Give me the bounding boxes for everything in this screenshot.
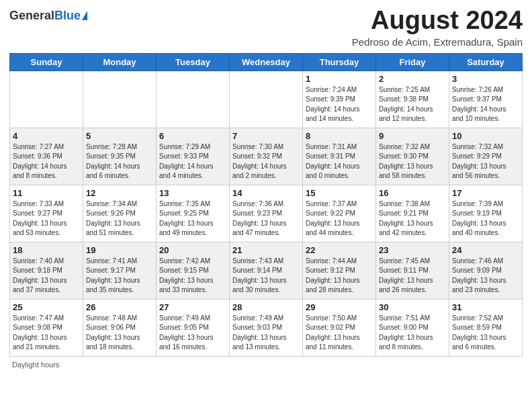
calendar-cell: 24Sunrise: 7:46 AM Sunset: 9:09 PM Dayli… <box>449 242 523 299</box>
calendar-cell: 19Sunrise: 7:41 AM Sunset: 9:17 PM Dayli… <box>83 242 157 299</box>
day-info: Sunrise: 7:29 AM Sunset: 9:33 PM Dayligh… <box>159 142 226 181</box>
logo-text: GeneralBlue <box>9 9 87 21</box>
day-info: Sunrise: 7:43 AM Sunset: 9:14 PM Dayligh… <box>232 257 300 295</box>
day-info: Sunrise: 7:48 AM Sunset: 9:06 PM Dayligh… <box>86 314 153 353</box>
calendar-cell: 14Sunrise: 7:36 AM Sunset: 9:23 PM Dayli… <box>230 185 303 242</box>
calendar-week-row: 1Sunrise: 7:24 AM Sunset: 9:39 PM Daylig… <box>10 71 523 128</box>
day-info: Sunrise: 7:32 AM Sunset: 9:29 PM Dayligh… <box>452 142 519 181</box>
day-info: Sunrise: 7:45 AM Sunset: 9:11 PM Dayligh… <box>379 257 446 295</box>
day-number: 24 <box>452 245 519 255</box>
page: GeneralBlue August 2024 Pedroso de Acim,… <box>0 0 532 411</box>
day-number: 30 <box>379 302 446 312</box>
calendar-cell: 23Sunrise: 7:45 AM Sunset: 9:11 PM Dayli… <box>376 242 449 299</box>
day-number: 23 <box>379 245 446 255</box>
day-number: 18 <box>13 245 80 255</box>
calendar-cell: 9Sunrise: 7:32 AM Sunset: 9:30 PM Daylig… <box>376 128 449 185</box>
day-info: Sunrise: 7:50 AM Sunset: 9:02 PM Dayligh… <box>306 314 373 353</box>
day-number: 20 <box>159 245 226 255</box>
calendar-cell: 22Sunrise: 7:44 AM Sunset: 9:12 PM Dayli… <box>303 242 376 299</box>
day-info: Sunrise: 7:51 AM Sunset: 9:00 PM Dayligh… <box>379 314 446 353</box>
calendar-cell: 13Sunrise: 7:35 AM Sunset: 9:25 PM Dayli… <box>157 185 230 242</box>
calendar-cell <box>157 71 230 128</box>
day-number: 4 <box>13 131 80 141</box>
day-info: Sunrise: 7:41 AM Sunset: 9:17 PM Dayligh… <box>86 257 153 295</box>
calendar-cell: 3Sunrise: 7:26 AM Sunset: 9:37 PM Daylig… <box>449 71 523 128</box>
location: Pedroso de Acim, Extremadura, Spain <box>352 36 523 48</box>
day-number: 26 <box>86 302 153 312</box>
day-info: Sunrise: 7:52 AM Sunset: 8:59 PM Dayligh… <box>452 314 519 353</box>
calendar-cell: 4Sunrise: 7:27 AM Sunset: 9:36 PM Daylig… <box>10 128 83 185</box>
calendar-week-row: 25Sunrise: 7:47 AM Sunset: 9:08 PM Dayli… <box>10 299 523 356</box>
calendar-cell: 18Sunrise: 7:40 AM Sunset: 9:18 PM Dayli… <box>10 242 83 299</box>
day-info: Sunrise: 7:27 AM Sunset: 9:36 PM Dayligh… <box>13 142 80 181</box>
day-info: Sunrise: 7:49 AM Sunset: 9:03 PM Dayligh… <box>232 314 300 353</box>
calendar-cell: 7Sunrise: 7:30 AM Sunset: 9:32 PM Daylig… <box>230 128 303 185</box>
col-header-friday: Friday <box>376 53 449 71</box>
day-info: Sunrise: 7:47 AM Sunset: 9:08 PM Dayligh… <box>13 314 80 353</box>
calendar-cell: 2Sunrise: 7:25 AM Sunset: 9:38 PM Daylig… <box>376 71 449 128</box>
day-number: 22 <box>306 245 373 255</box>
header: GeneralBlue August 2024 Pedroso de Acim,… <box>9 7 523 48</box>
calendar-week-row: 4Sunrise: 7:27 AM Sunset: 9:36 PM Daylig… <box>10 128 523 185</box>
day-info: Sunrise: 7:33 AM Sunset: 9:27 PM Dayligh… <box>13 199 80 238</box>
calendar-cell: 6Sunrise: 7:29 AM Sunset: 9:33 PM Daylig… <box>157 128 230 185</box>
day-info: Sunrise: 7:31 AM Sunset: 9:31 PM Dayligh… <box>306 142 373 181</box>
calendar-cell: 26Sunrise: 7:48 AM Sunset: 9:06 PM Dayli… <box>83 299 157 356</box>
calendar-cell: 12Sunrise: 7:34 AM Sunset: 9:26 PM Dayli… <box>83 185 157 242</box>
calendar-cell: 15Sunrise: 7:37 AM Sunset: 9:22 PM Dayli… <box>303 185 376 242</box>
title-block: August 2024 Pedroso de Acim, Extremadura… <box>352 7 523 48</box>
day-number: 17 <box>452 188 519 198</box>
day-number: 8 <box>306 131 373 141</box>
col-header-saturday: Saturday <box>449 53 523 71</box>
calendar-cell: 25Sunrise: 7:47 AM Sunset: 9:08 PM Dayli… <box>10 299 83 356</box>
day-info: Sunrise: 7:39 AM Sunset: 9:19 PM Dayligh… <box>452 199 519 238</box>
footer: Daylight hours <box>9 361 523 369</box>
day-info: Sunrise: 7:42 AM Sunset: 9:15 PM Dayligh… <box>159 257 226 295</box>
day-number: 25 <box>13 302 80 312</box>
col-header-tuesday: Tuesday <box>157 53 230 71</box>
day-info: Sunrise: 7:40 AM Sunset: 9:18 PM Dayligh… <box>13 257 80 295</box>
logo-triangle-icon <box>82 11 87 20</box>
calendar-table: SundayMondayTuesdayWednesdayThursdayFrid… <box>9 53 523 357</box>
day-info: Sunrise: 7:44 AM Sunset: 9:12 PM Dayligh… <box>306 257 373 295</box>
day-info: Sunrise: 7:32 AM Sunset: 9:30 PM Dayligh… <box>379 142 446 181</box>
day-info: Sunrise: 7:36 AM Sunset: 9:23 PM Dayligh… <box>232 199 300 238</box>
day-number: 5 <box>86 131 153 141</box>
calendar-cell: 30Sunrise: 7:51 AM Sunset: 9:00 PM Dayli… <box>376 299 449 356</box>
calendar-week-row: 11Sunrise: 7:33 AM Sunset: 9:27 PM Dayli… <box>10 185 523 242</box>
calendar-cell: 1Sunrise: 7:24 AM Sunset: 9:39 PM Daylig… <box>303 71 376 128</box>
day-number: 3 <box>452 74 519 84</box>
day-number: 12 <box>86 188 153 198</box>
calendar-cell: 29Sunrise: 7:50 AM Sunset: 9:02 PM Dayli… <box>303 299 376 356</box>
col-header-wednesday: Wednesday <box>230 53 303 71</box>
day-number: 2 <box>379 74 446 84</box>
calendar-week-row: 18Sunrise: 7:40 AM Sunset: 9:18 PM Dayli… <box>10 242 523 299</box>
day-number: 14 <box>232 188 300 198</box>
logo: GeneralBlue <box>9 7 87 21</box>
logo-general-text: General <box>9 9 54 21</box>
day-number: 6 <box>159 131 226 141</box>
calendar-cell <box>83 71 157 128</box>
calendar-cell: 31Sunrise: 7:52 AM Sunset: 8:59 PM Dayli… <box>449 299 523 356</box>
col-header-sunday: Sunday <box>10 53 83 71</box>
calendar-cell: 10Sunrise: 7:32 AM Sunset: 9:29 PM Dayli… <box>449 128 523 185</box>
day-number: 29 <box>306 302 373 312</box>
calendar-cell: 28Sunrise: 7:49 AM Sunset: 9:03 PM Dayli… <box>230 299 303 356</box>
calendar-cell: 11Sunrise: 7:33 AM Sunset: 9:27 PM Dayli… <box>10 185 83 242</box>
calendar-cell: 17Sunrise: 7:39 AM Sunset: 9:19 PM Dayli… <box>449 185 523 242</box>
day-number: 7 <box>232 131 300 141</box>
day-number: 13 <box>159 188 226 198</box>
day-info: Sunrise: 7:25 AM Sunset: 9:38 PM Dayligh… <box>379 85 446 124</box>
calendar-cell: 5Sunrise: 7:28 AM Sunset: 9:35 PM Daylig… <box>83 128 157 185</box>
day-number: 16 <box>379 188 446 198</box>
day-number: 28 <box>232 302 300 312</box>
daylight-label: Daylight hours <box>12 361 59 369</box>
day-number: 21 <box>232 245 300 255</box>
day-info: Sunrise: 7:34 AM Sunset: 9:26 PM Dayligh… <box>86 199 153 238</box>
calendar-cell: 8Sunrise: 7:31 AM Sunset: 9:31 PM Daylig… <box>303 128 376 185</box>
day-info: Sunrise: 7:46 AM Sunset: 9:09 PM Dayligh… <box>452 257 519 295</box>
day-info: Sunrise: 7:37 AM Sunset: 9:22 PM Dayligh… <box>306 199 373 238</box>
calendar-cell <box>10 71 83 128</box>
day-info: Sunrise: 7:35 AM Sunset: 9:25 PM Dayligh… <box>159 199 226 238</box>
day-info: Sunrise: 7:24 AM Sunset: 9:39 PM Dayligh… <box>306 85 373 124</box>
